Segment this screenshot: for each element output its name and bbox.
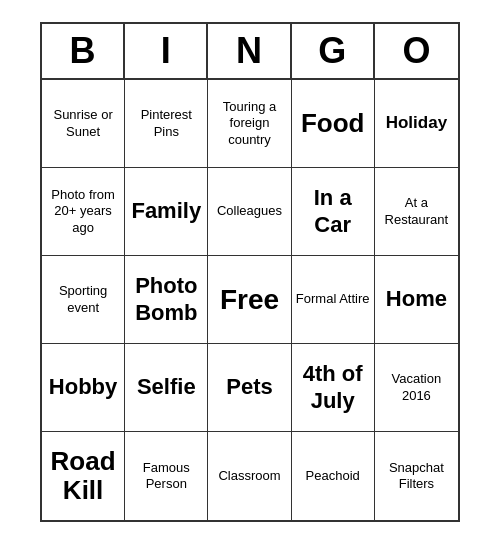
cell-b4: Hobby: [42, 344, 125, 432]
cell-o4: Vacation 2016: [375, 344, 458, 432]
cell-n2: Colleagues: [208, 168, 291, 256]
cell-i5: Famous Person: [125, 432, 208, 520]
cell-o2: At a Restaurant: [375, 168, 458, 256]
header-i: I: [125, 24, 208, 78]
cell-b1: Sunrise or Sunet: [42, 80, 125, 168]
cell-g2: In a Car: [292, 168, 375, 256]
cell-b2: Photo from 20+ years ago: [42, 168, 125, 256]
cell-n4: Pets: [208, 344, 291, 432]
bingo-card: B I N G O Sunrise or SunetPinterest Pins…: [40, 22, 460, 522]
cell-i1: Pinterest Pins: [125, 80, 208, 168]
cell-g4: 4th of July: [292, 344, 375, 432]
header-g: G: [292, 24, 375, 78]
cell-o5: Snapchat Filters: [375, 432, 458, 520]
cell-b3: Sporting event: [42, 256, 125, 344]
header-b: B: [42, 24, 125, 78]
cell-n1: Touring a foreign country: [208, 80, 291, 168]
cell-g1: Food: [292, 80, 375, 168]
header-o: O: [375, 24, 458, 78]
cell-b5: Road Kill: [42, 432, 125, 520]
cell-g5: Peachoid: [292, 432, 375, 520]
cell-n3: Free: [208, 256, 291, 344]
cell-o3: Home: [375, 256, 458, 344]
cell-o1: Holiday: [375, 80, 458, 168]
header-n: N: [208, 24, 291, 78]
cell-i2: Family: [125, 168, 208, 256]
cell-i4: Selfie: [125, 344, 208, 432]
cell-g3: Formal Attire: [292, 256, 375, 344]
cell-n5: Classroom: [208, 432, 291, 520]
bingo-header: B I N G O: [42, 24, 458, 80]
bingo-grid: Sunrise or SunetPinterest PinsTouring a …: [42, 80, 458, 520]
cell-i3: Photo Bomb: [125, 256, 208, 344]
